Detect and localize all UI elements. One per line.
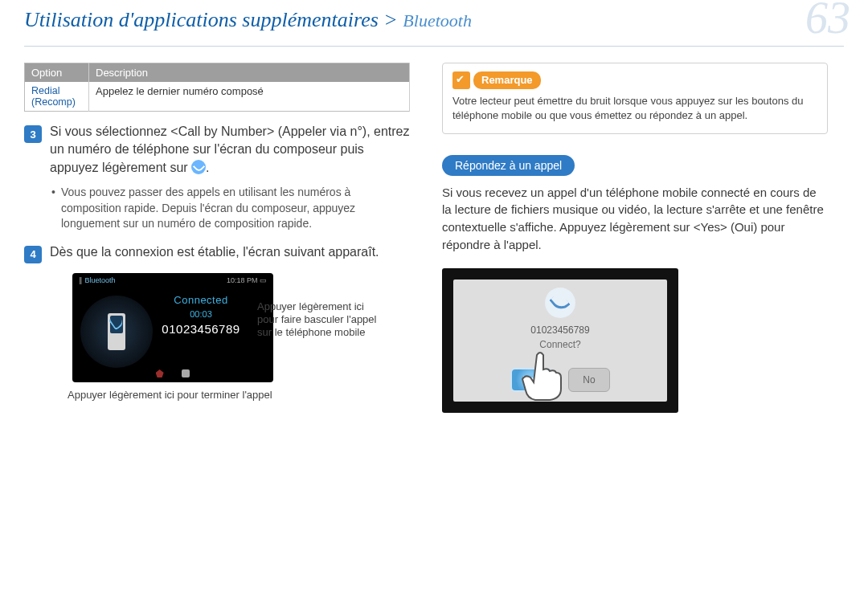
callout-switch: Appuyer légèrement ici pour faire bascul… bbox=[257, 300, 386, 340]
pointing-hand-icon bbox=[513, 347, 569, 402]
th-option: Option bbox=[25, 63, 89, 83]
caption-end-call: Appuyer légèrement ici pour terminer l'a… bbox=[68, 389, 410, 401]
phone-call-icon bbox=[191, 160, 206, 174]
connected-screenshot: ∥ Bluetooth 10:18 PM ▭ Connected 00:03 0… bbox=[72, 273, 273, 382]
breadcrumb-main: Utilisation d'applications supplémentair… bbox=[24, 8, 379, 31]
breadcrumb-sep: > bbox=[379, 8, 403, 31]
step-3-bullets: Vous pouvez passer des appels en utilisa… bbox=[51, 185, 410, 232]
note-label: Remarque bbox=[473, 71, 541, 89]
step-number-badge: 3 bbox=[24, 125, 42, 143]
step-3-text-a: Si vous sélectionnez <Call by Number> (A… bbox=[50, 124, 410, 174]
options-table: Option Description Redial (Recomp) Appel… bbox=[24, 63, 410, 112]
step-3-body: Si vous sélectionnez <Call by Number> (A… bbox=[50, 123, 410, 177]
cell-description: Appelez le dernier numéro composé bbox=[89, 82, 410, 112]
section-body: Si vous recevez un appel d'un téléphone … bbox=[442, 184, 828, 254]
step-number-badge: 4 bbox=[24, 246, 42, 263]
note-box: Remarque Votre lecteur peut émettre du b… bbox=[442, 63, 828, 134]
table-row: Redial (Recomp) Appelez le dernier numér… bbox=[25, 82, 410, 112]
page-number: 63 bbox=[805, 0, 850, 40]
breadcrumb-sub: Bluetooth bbox=[403, 10, 472, 31]
right-column: Remarque Votre lecteur peut émettre du b… bbox=[442, 63, 828, 413]
left-column: Option Description Redial (Recomp) Appel… bbox=[24, 63, 410, 413]
call-duration: 00:03 bbox=[129, 309, 273, 319]
incoming-number: 01023456789 bbox=[453, 324, 667, 336]
breadcrumb: Utilisation d'applications supplémentair… bbox=[24, 0, 844, 32]
page-header: Utilisation d'applications supplémentair… bbox=[24, 0, 844, 47]
step-4: 4 Dès que la connexion est établie, l'éc… bbox=[24, 243, 410, 263]
connected-label: Connected bbox=[129, 294, 273, 306]
th-description: Description bbox=[89, 63, 410, 83]
step-3-text-b: . bbox=[206, 161, 209, 174]
note-icon bbox=[452, 71, 470, 89]
bt-label: Bluetooth bbox=[85, 276, 116, 284]
mini-phone-icon bbox=[108, 313, 125, 350]
incoming-call-icon bbox=[545, 288, 575, 318]
cell-option: Redial (Recomp) bbox=[25, 82, 89, 112]
switch-device-icon bbox=[182, 369, 190, 377]
section-title-pill: Répondez à un appel bbox=[442, 155, 575, 176]
no-button[interactable]: No bbox=[568, 368, 610, 392]
bullet-item: Vous pouvez passer des appels en utilisa… bbox=[51, 185, 410, 232]
note-text: Votre lecteur peut émettre du bruit lors… bbox=[452, 94, 817, 123]
step-3: 3 Si vous sélectionnez <Call by Number> … bbox=[24, 123, 410, 177]
end-call-icon bbox=[156, 369, 164, 377]
incoming-call-screenshot: 01023456789 Connect? Yes No bbox=[442, 268, 678, 413]
step-4-body: Dès que la connexion est établie, l'écra… bbox=[50, 243, 410, 263]
clock: 10:18 PM bbox=[227, 276, 258, 284]
